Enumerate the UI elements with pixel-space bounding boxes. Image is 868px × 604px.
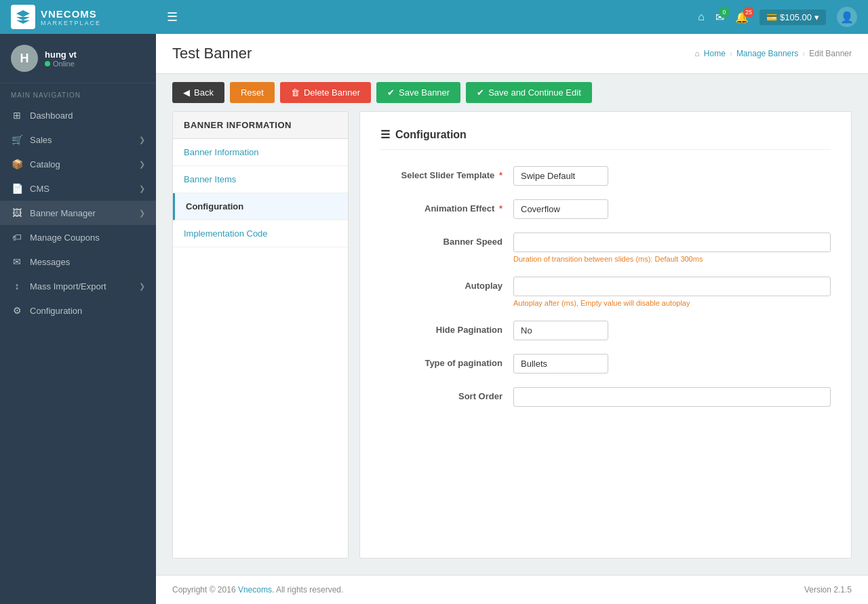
sidebar-item-messages[interactable]: ✉ Messages <box>0 249 156 274</box>
form-row-sort-order: Sort Order 1 <box>380 387 831 407</box>
hide-pagination-select[interactable]: No <box>513 321 608 340</box>
nav-banner-information[interactable]: Banner Information <box>173 139 348 166</box>
nav-item-label: Configuration <box>186 201 243 212</box>
sales-icon: 🛒 <box>11 134 23 145</box>
breadcrumb: ⌂ Home › Manage Banners › Edit Banner <box>695 49 852 58</box>
form-row-banner-speed: Banner Speed 1000 Duration of transition… <box>380 233 831 263</box>
home-icon: ⌂ <box>698 11 705 22</box>
sort-order-label: Sort Order <box>380 387 502 401</box>
panel-section-title: BANNER INFORMATION <box>173 112 348 139</box>
back-button[interactable]: ◀ Back <box>172 82 224 103</box>
autoplay-label: Autoplay <box>380 277 502 291</box>
chevron-right-icon: ❯ <box>139 282 145 291</box>
check-icon: ✔ <box>387 87 395 98</box>
sidebar-item-configuration[interactable]: ⚙ Configuration <box>0 298 156 323</box>
content-area: Test Banner ⌂ Home › Manage Banners › Ed… <box>156 34 868 604</box>
nav-item-label: Banner Information <box>184 147 259 157</box>
breadcrumb-home-icon: ⌂ <box>695 49 700 58</box>
right-panel: ☰ Configuration Select Slider Template *… <box>359 111 852 559</box>
section-heading-text: Configuration <box>395 129 467 141</box>
sidebar-item-mass-import-export[interactable]: ↕ Mass Import/Export ❯ <box>0 274 156 298</box>
profile-info: hung vt Online <box>45 49 77 68</box>
footer-version-label: Version <box>804 585 831 595</box>
wallet-icon: 💳 <box>766 12 777 22</box>
coupons-icon: 🏷 <box>11 232 23 243</box>
chevron-right-icon: ❯ <box>139 136 145 144</box>
form-row-hide-pagination: Hide Pagination No <box>380 321 831 340</box>
user-avatar-icon: 👤 <box>840 11 854 24</box>
banner-speed-control: 1000 Duration of transition between slid… <box>513 233 831 263</box>
chevron-right-icon: ❯ <box>139 184 145 193</box>
banner-speed-input[interactable]: 1000 <box>513 233 831 252</box>
messages-icon: ✉ <box>11 256 23 267</box>
back-icon: ◀ <box>183 87 190 98</box>
mail-button[interactable]: ✉ 0 <box>715 11 724 24</box>
user-menu-button[interactable]: 👤 <box>837 7 857 27</box>
breadcrumb-parent[interactable]: Manage Banners <box>736 49 798 58</box>
logo: VNECOMS MARKETPLACE <box>11 5 167 29</box>
animation-effect-label: Animation Effect * <box>380 199 502 214</box>
cms-icon: 📄 <box>11 183 23 194</box>
bell-button[interactable]: 🔔 25 <box>735 11 749 24</box>
page-header: Test Banner ⌂ Home › Manage Banners › Ed… <box>156 34 868 74</box>
hamburger-icon[interactable]: ☰ <box>167 9 178 24</box>
banner-speed-hint: Duration of transition between slides (m… <box>513 255 831 263</box>
footer-rights: All rights reserved. <box>276 585 343 595</box>
breadcrumb-current: Edit Banner <box>809 49 852 58</box>
animation-effect-control: Coverflow <box>513 199 831 219</box>
profile-status: Online <box>45 60 77 68</box>
sidebar-item-label: Mass Import/Export <box>30 281 132 291</box>
sidebar-item-banner-manager[interactable]: 🖼 Banner Manager ❯ <box>0 201 156 225</box>
form-row-animation-effect: Animation Effect * Coverflow <box>380 199 831 219</box>
footer-brand-link[interactable]: Vnecoms. <box>238 585 274 595</box>
import-export-icon: ↕ <box>11 281 23 291</box>
brand-name: VNECOMS <box>41 8 101 20</box>
required-indicator: * <box>499 203 502 214</box>
pagination-type-select[interactable]: Bullets <box>513 354 608 374</box>
bell-badge: 25 <box>743 7 754 18</box>
toolbar: ◀ Back Reset 🗑 Delete Banner ✔ Save Bann… <box>156 74 868 111</box>
breadcrumb-home[interactable]: Home <box>704 49 726 58</box>
sidebar-profile: H hung vt Online <box>0 34 156 83</box>
form-row-slider-template: Select Slider Template * Swipe Default <box>380 166 831 186</box>
balance-button[interactable]: 💳 $105.00 ▾ <box>760 9 826 25</box>
breadcrumb-sep: › <box>730 49 732 58</box>
slider-template-select[interactable]: Swipe Default <box>513 166 608 186</box>
nav-banner-items[interactable]: Banner Items <box>173 166 348 193</box>
trash-icon: 🗑 <box>291 87 300 98</box>
profile-name: hung vt <box>45 49 77 60</box>
left-panel: BANNER INFORMATION Banner Information Ba… <box>172 111 349 559</box>
delete-button[interactable]: 🗑 Delete Banner <box>280 82 371 103</box>
autoplay-control: 1000 Autoplay after (ms), Empty value wi… <box>513 277 831 307</box>
sidebar-item-label: CMS <box>30 184 132 194</box>
sidebar-item-sales[interactable]: 🛒 Sales ❯ <box>0 127 156 152</box>
sidebar-item-manage-coupons[interactable]: 🏷 Manage Coupons <box>0 225 156 249</box>
sidebar-item-label: Manage Coupons <box>30 233 145 243</box>
logo-icon <box>11 5 35 29</box>
form-row-autoplay: Autoplay 1000 Autoplay after (ms), Empty… <box>380 277 831 307</box>
config-icon: ⚙ <box>11 305 23 316</box>
animation-effect-select[interactable]: Coverflow <box>513 199 608 219</box>
logo-text: VNECOMS MARKETPLACE <box>41 8 101 26</box>
menu-icon: ☰ <box>380 128 390 141</box>
section-heading: ☰ Configuration <box>380 128 831 150</box>
sidebar-item-dashboard[interactable]: ⊞ Dashboard <box>0 103 156 127</box>
status-label: Online <box>53 60 75 68</box>
save-button[interactable]: ✔ Save Banner <box>376 82 460 103</box>
catalog-icon: 📦 <box>11 159 23 169</box>
footer-copyright: Copyright © 2016 <box>172 585 236 595</box>
sidebar-item-label: Banner Manager <box>30 208 132 218</box>
home-button[interactable]: ⌂ <box>698 11 705 23</box>
sidebar-item-catalog[interactable]: 📦 Catalog ❯ <box>0 152 156 176</box>
autoplay-input[interactable]: 1000 <box>513 277 831 296</box>
sidebar-item-label: Messages <box>30 257 145 267</box>
save-continue-button[interactable]: ✔ Save and Continue Edit <box>466 82 592 103</box>
balance-amount: $105.00 <box>780 12 812 22</box>
nav-implementation-code[interactable]: Implementation Code <box>173 220 348 247</box>
breadcrumb-sep: › <box>802 49 805 58</box>
nav-configuration[interactable]: Configuration <box>173 193 348 220</box>
reset-button[interactable]: Reset <box>230 82 275 103</box>
sort-order-input[interactable]: 1 <box>513 387 831 407</box>
sidebar-item-cms[interactable]: 📄 CMS ❯ <box>0 176 156 201</box>
topnav: VNECOMS MARKETPLACE ☰ ⌂ ✉ 0 🔔 25 💳 $105.… <box>0 0 868 34</box>
